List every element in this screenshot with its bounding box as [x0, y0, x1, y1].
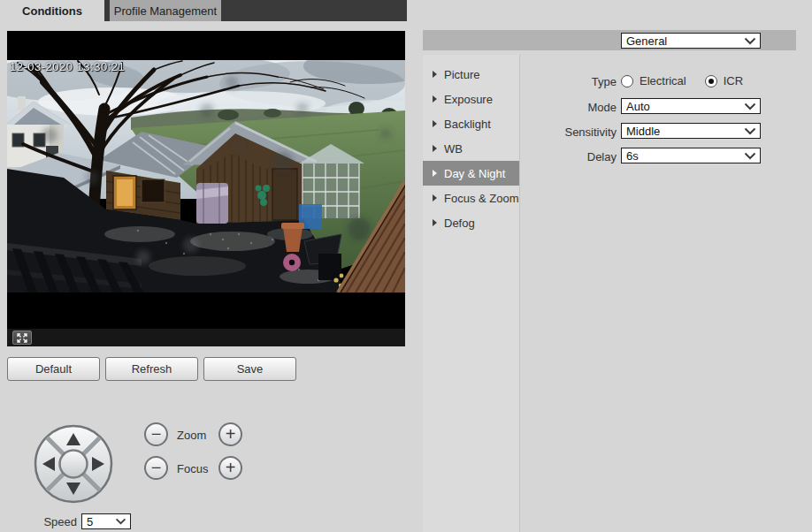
speed-select-value: 5	[87, 515, 115, 528]
tab-bar-dark-band: Profile Management	[104, 0, 407, 21]
expand-arrows-icon	[16, 333, 28, 343]
sidebar-item-defog[interactable]: Defog	[423, 210, 519, 235]
video-toolbar	[7, 329, 405, 346]
sidebar-item-label: Day & Night	[444, 167, 505, 180]
sensitivity-label: Sensitivity	[493, 125, 617, 139]
focus-out-button[interactable]: −	[144, 456, 168, 480]
video-scene	[7, 31, 405, 329]
tab-profile-management[interactable]: Profile Management	[110, 0, 221, 21]
arrow-right-icon	[433, 71, 437, 78]
sidebar-item-day-night[interactable]: Day & Night	[423, 161, 519, 186]
sidebar-item-label: Focus & Zoom	[444, 192, 519, 205]
profile-select[interactable]: General	[621, 33, 761, 49]
chevron-down-icon	[115, 518, 126, 525]
speed-select[interactable]: 5	[81, 513, 131, 529]
chevron-down-icon	[744, 37, 756, 45]
mode-select-value: Auto	[626, 100, 744, 113]
sidebar-item-label: Backlight	[444, 118, 491, 131]
chevron-down-icon	[744, 127, 756, 135]
zoom-in-button[interactable]: +	[218, 422, 242, 446]
type-label: Type	[493, 75, 617, 88]
mode-label: Mode	[493, 101, 617, 114]
focus-in-button[interactable]: +	[218, 456, 242, 480]
ptz-direction-pad[interactable]	[33, 423, 114, 505]
camera-settings-page: Conditions Profile Management	[0, 0, 812, 532]
sidebar-item-focus-zoom[interactable]: Focus & Zoom	[423, 186, 519, 210]
sensitivity-select-value: Middle	[626, 125, 744, 138]
arrow-right-icon	[433, 95, 437, 103]
sidebar-item-label: Defog	[444, 217, 475, 230]
sensitivity-select[interactable]: Middle	[621, 123, 761, 139]
tab-conditions[interactable]: Conditions	[0, 0, 104, 21]
profile-bar: Profile General	[423, 30, 796, 50]
radio-icr-label[interactable]: ICR	[724, 74, 743, 87]
sidebar-item-label: WB	[444, 142, 463, 156]
refresh-button[interactable]: Refresh	[105, 357, 198, 381]
focus-label: Focus	[177, 462, 208, 475]
delay-select[interactable]: 6s	[621, 148, 761, 163]
arrow-right-icon	[433, 219, 437, 226]
mode-select[interactable]: Auto	[621, 98, 761, 114]
radio-electrical-label[interactable]: Electrical	[640, 74, 686, 87]
arrow-right-icon	[433, 145, 437, 152]
arrow-right-icon	[433, 120, 437, 127]
video-timestamp: 12-03-2020 13:30:21	[10, 60, 125, 73]
profile-select-value: General	[626, 34, 744, 48]
sidebar-item-label: Picture	[444, 68, 479, 81]
sidebar-item-label: Exposure	[444, 93, 493, 106]
camera-video-feed: 12-03-2020 13:30:21	[7, 31, 405, 329]
tab-bar: Conditions Profile Management	[0, 0, 812, 21]
chevron-down-icon	[744, 152, 756, 160]
type-radio-group: Electrical ICR	[621, 74, 755, 87]
arrow-right-icon	[433, 194, 437, 201]
default-button[interactable]: Default	[7, 357, 100, 381]
delay-select-value: 6s	[626, 149, 744, 163]
speed-label: Speed	[24, 515, 77, 528]
save-button[interactable]: Save	[203, 357, 296, 381]
arrow-right-icon	[433, 170, 437, 177]
chevron-down-icon	[744, 103, 756, 110]
zoom-out-button[interactable]: −	[144, 422, 168, 446]
radio-icr[interactable]	[705, 75, 717, 87]
radio-electrical[interactable]	[621, 75, 633, 87]
delay-label: Delay	[493, 150, 617, 163]
fullscreen-button[interactable]	[12, 331, 32, 345]
zoom-label: Zoom	[177, 429, 206, 442]
